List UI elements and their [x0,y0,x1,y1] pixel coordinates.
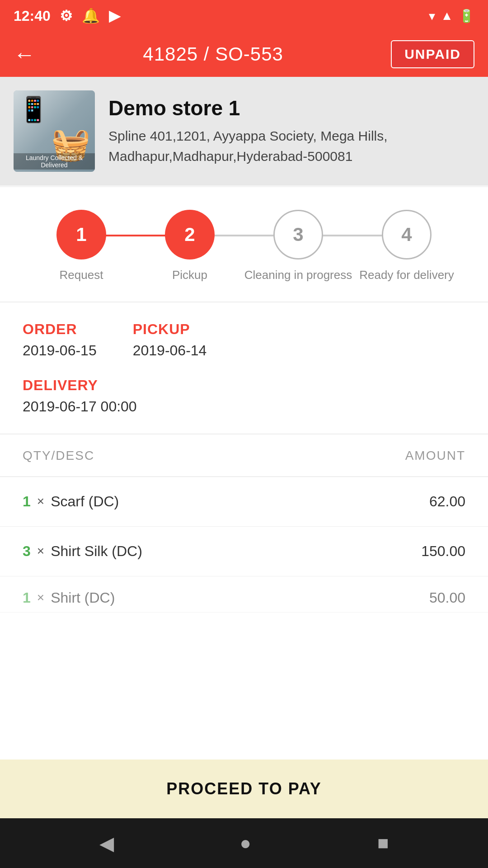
col-amount: AMOUNT [405,448,465,463]
step-3-label: Cleaning in progress [244,268,352,283]
row-3-x: × [37,590,44,605]
step-2-circle: 2 [165,210,215,259]
recents-nav-icon[interactable]: ■ [377,832,389,854]
row-2-left: 3 × Shirt Silk (DC) [23,543,142,560]
row-2-amount: 150.00 [421,543,465,560]
table-row: 3 × Shirt Silk (DC) 150.00 [0,527,488,576]
dates-section: ORDER 2019-06-15 PICKUP 2019-06-14 DELIV… [0,303,488,433]
stepper: 1 Request 2 Pickup 3 Cleaning in progres… [27,210,461,283]
delivery-group: DELIVERY 2019-06-17 00:00 [23,377,465,415]
table-row-partial: 1 × Shirt (DC) 50.00 [0,576,488,613]
store-name: Demo store 1 [108,96,474,120]
row-3-qty: 1 [23,590,31,606]
step-1-label: Request [60,268,103,283]
back-nav-icon[interactable]: ◀ [99,832,114,854]
row-2-x: × [37,544,44,558]
back-button[interactable]: ← [14,42,35,67]
stepper-section: 1 Request 2 Pickup 3 Cleaning in progres… [0,187,488,301]
row-1-x: × [37,494,44,509]
row-1-qty: 1 [23,493,31,510]
play-icon: ▶ [109,7,120,24]
store-address: Spline 401,1201, Ayyappa Society, Mega H… [108,126,474,166]
store-tagline: Laundry Collected & Delivered [14,153,95,170]
store-phone-icon: 📱 [18,95,49,124]
row-3-left: 1 × Shirt (DC) [23,590,115,606]
row-2-desc: Shirt Silk (DC) [51,543,142,560]
pickup-group: PICKUP 2019-06-14 [133,321,207,359]
row-3-desc: Shirt (DC) [51,590,115,606]
signal-icon: ▲ [441,9,453,23]
step-4-circle: 4 [382,210,432,259]
row-1-left: 1 × Scarf (DC) [23,493,119,510]
settings-icon: ⚙ [60,7,73,24]
step-3-circle: 3 [273,210,323,259]
step-1-circle: 1 [56,210,106,259]
row-2-qty: 3 [23,543,31,560]
step-3: 3 Cleaning in progress [244,210,352,283]
order-pickup-row: ORDER 2019-06-15 PICKUP 2019-06-14 [23,321,465,359]
unpaid-badge: UNPAID [391,40,474,68]
step-2-label: Pickup [172,268,207,283]
step-4: 4 Ready for delivery [352,210,461,283]
delivery-date: 2019-06-17 00:00 [23,398,465,415]
time: 12:40 [14,8,51,24]
proceed-section[interactable]: PROCEED TO PAY [0,760,488,818]
bell-icon: 🔔 [82,7,100,24]
order-label: ORDER [23,321,97,338]
col-qty-desc: QTY/DESC [23,448,94,463]
battery-icon: 🔋 [459,9,474,24]
store-details: Demo store 1 Spline 401,1201, Ayyappa So… [108,96,474,166]
order-title: 41825 / SO-553 [143,43,283,65]
proceed-to-pay-button[interactable]: PROCEED TO PAY [166,779,321,798]
home-nav-icon[interactable]: ● [240,832,251,854]
pickup-label: PICKUP [133,321,207,338]
status-bar: 12:40 ⚙ 🔔 ▶ ▾ ▲ 🔋 [0,0,488,32]
row-1-amount: 62.00 [429,493,465,510]
items-table: QTY/DESC AMOUNT 1 × Scarf (DC) 62.00 3 ×… [0,435,488,760]
table-header: QTY/DESC AMOUNT [0,435,488,477]
row-1-desc: Scarf (DC) [51,493,119,510]
table-row: 1 × Scarf (DC) 62.00 [0,477,488,527]
delivery-label: DELIVERY [23,377,465,394]
order-group: ORDER 2019-06-15 [23,321,97,359]
store-info-section: 📱 🧺 Laundry Collected & Delivered Demo s… [0,77,488,185]
bottom-nav: ◀ ● ■ [0,818,488,868]
header: ← 41825 / SO-553 UNPAID [0,32,488,77]
step-1: 1 Request [27,210,136,283]
wifi-icon: ▾ [429,9,435,24]
step-4-label: Ready for delivery [359,268,454,283]
store-image: 📱 🧺 Laundry Collected & Delivered [14,90,95,172]
row-3-amount: 50.00 [429,590,465,606]
pickup-date: 2019-06-14 [133,342,207,359]
step-2: 2 Pickup [136,210,244,283]
order-date: 2019-06-15 [23,342,97,359]
